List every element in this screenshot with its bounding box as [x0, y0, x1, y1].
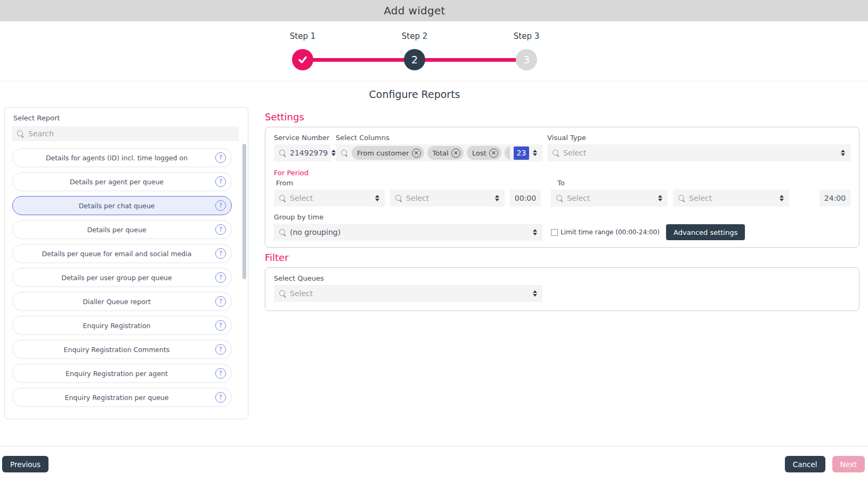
- report-item-label: Enquiry Registration Comments: [18, 346, 215, 354]
- column-chip-label: From customer: [357, 149, 409, 157]
- previous-button[interactable]: Previous: [2, 456, 48, 472]
- report-list-item[interactable]: Details per agent per queue ?: [12, 172, 232, 191]
- limit-time-range-label: Limit time range (00:00-24:00): [561, 228, 660, 236]
- spinner-icon: [533, 150, 537, 156]
- select-report-label: Select Report: [13, 114, 248, 122]
- period-to-option-select[interactable]: Select: [673, 190, 789, 207]
- settings-card: Service Number 21492979 Select Columns F…: [265, 127, 859, 248]
- step-2-label: Step 2: [359, 31, 470, 41]
- spinner-icon: [533, 229, 537, 235]
- select-columns-multiselect[interactable]: From customer ✕ Total ✕ Lost ✕ Los... 23: [336, 144, 542, 161]
- help-icon[interactable]: ?: [215, 320, 226, 331]
- period-from-option-select[interactable]: Select: [390, 190, 505, 207]
- column-chip: Total ✕: [427, 146, 464, 160]
- column-chip: From customer ✕: [352, 146, 424, 160]
- cancel-button[interactable]: Cancel: [785, 456, 825, 472]
- period-to-date-select[interactable]: Select: [551, 190, 668, 207]
- period-from-date-select[interactable]: Select: [274, 190, 385, 207]
- report-list-item[interactable]: Dialler Queue report ?: [12, 292, 232, 311]
- step-3-circle[interactable]: 3: [516, 49, 537, 70]
- report-panel: Select Report Details for agents (ID) in…: [4, 107, 248, 419]
- report-list-item[interactable]: Enquiry Registration Comments ?: [12, 340, 232, 359]
- help-icon[interactable]: ?: [215, 176, 226, 187]
- select-queues-select[interactable]: Select: [274, 285, 542, 302]
- report-search[interactable]: [12, 126, 239, 141]
- stepper: Step 1 Step 2 Step 3 2 3: [0, 21, 829, 70]
- report-list-item[interactable]: Enquiry Registration ?: [12, 316, 232, 335]
- from-time-input[interactable]: 00:00: [510, 190, 541, 207]
- group-by-time-label: Group by time: [274, 213, 850, 221]
- search-icon: [279, 195, 286, 202]
- search-icon: [556, 195, 563, 202]
- spinner-icon: [841, 150, 845, 156]
- settings-heading: Settings: [265, 111, 859, 122]
- remove-chip-icon[interactable]: ✕: [489, 149, 498, 158]
- from-label: From: [276, 179, 385, 187]
- step-1-circle[interactable]: [292, 49, 313, 70]
- report-item-label: Details per agent per queue: [18, 178, 215, 186]
- check-icon: [297, 54, 308, 65]
- help-icon[interactable]: ?: [215, 272, 226, 283]
- next-button[interactable]: Next: [832, 456, 865, 472]
- search-icon: [279, 229, 286, 236]
- selected-column-chips: From customer ✕ Total ✕ Lost ✕ Los...: [352, 146, 510, 160]
- spinner-icon: [658, 195, 662, 201]
- report-item-label: Details for agents (ID) incl. time logge…: [18, 154, 215, 162]
- limit-time-range-checkbox[interactable]: [551, 229, 558, 236]
- group-by-time-select[interactable]: (no grouping): [274, 224, 542, 241]
- help-icon[interactable]: ?: [215, 296, 226, 307]
- report-item-label: Details per chat queue: [18, 202, 215, 210]
- dialog-footer: Previous Cancel Next: [0, 446, 868, 482]
- remove-chip-icon[interactable]: ✕: [451, 149, 460, 158]
- group-by-time-value: (no grouping): [290, 228, 340, 236]
- report-list-item[interactable]: Enquiry Registration per agent ?: [12, 364, 232, 383]
- search-icon: [553, 150, 559, 157]
- help-icon[interactable]: ?: [215, 152, 226, 163]
- help-icon[interactable]: ?: [215, 368, 226, 379]
- service-number-label: Service Number: [274, 134, 331, 142]
- header-divider: [0, 81, 868, 81]
- column-chip-label: Lost: [472, 149, 486, 157]
- report-list-item[interactable]: Details for agents (ID) incl. time logge…: [12, 148, 232, 167]
- spinner-icon: [780, 195, 784, 201]
- report-list-item[interactable]: Enquiry Registration per queue ?: [12, 388, 232, 407]
- help-icon[interactable]: ?: [215, 344, 226, 355]
- remove-chip-icon[interactable]: ✕: [412, 149, 421, 158]
- period-to-option-placeholder: Select: [689, 194, 712, 202]
- report-item-label: Details per queue: [18, 226, 215, 234]
- help-icon[interactable]: ?: [215, 392, 226, 403]
- visual-type-select[interactable]: Select: [547, 144, 850, 161]
- report-list-item[interactable]: Details per user group per queue ?: [12, 268, 232, 287]
- column-chip: Lost ✕: [467, 146, 501, 160]
- report-list-scrollbar[interactable]: [242, 144, 246, 279]
- help-icon[interactable]: ?: [215, 200, 226, 211]
- report-item-label: Enquiry Registration per agent: [18, 370, 215, 378]
- select-queues-placeholder: Select: [290, 289, 313, 298]
- dialog-title: Add widget: [0, 4, 829, 17]
- search-icon: [279, 290, 286, 297]
- service-number-value: 21492979: [290, 149, 328, 157]
- advanced-settings-button[interactable]: Advanced settings: [666, 224, 745, 240]
- dialog-header: Add widget: [0, 0, 868, 21]
- overflow-count-badge: 23: [514, 146, 529, 160]
- spinner-icon: [375, 195, 379, 201]
- report-list-item[interactable]: Details per queue ?: [12, 220, 232, 239]
- step-2-circle[interactable]: 2: [404, 49, 425, 70]
- filter-card: Select Queues Select: [265, 267, 859, 311]
- to-time-input[interactable]: 24:00: [820, 190, 850, 207]
- period-from-option-placeholder: Select: [406, 194, 429, 202]
- search-icon: [678, 195, 685, 202]
- report-search-input[interactable]: [28, 129, 234, 138]
- report-list-item[interactable]: Details per chat queue ?: [12, 196, 232, 215]
- report-item-label: Details per user group per queue: [18, 274, 215, 282]
- search-icon: [279, 150, 286, 157]
- report-item-label: Enquiry Registration per queue: [18, 394, 215, 402]
- report-list-item[interactable]: Details per queue for email and social m…: [12, 244, 232, 263]
- to-label: To: [557, 179, 668, 187]
- help-icon[interactable]: ?: [215, 224, 226, 235]
- step-3-label: Step 3: [470, 31, 582, 41]
- search-icon: [395, 195, 402, 202]
- service-number-select[interactable]: 21492979: [274, 144, 331, 161]
- filter-heading: Filter: [265, 252, 859, 263]
- help-icon[interactable]: ?: [215, 248, 226, 259]
